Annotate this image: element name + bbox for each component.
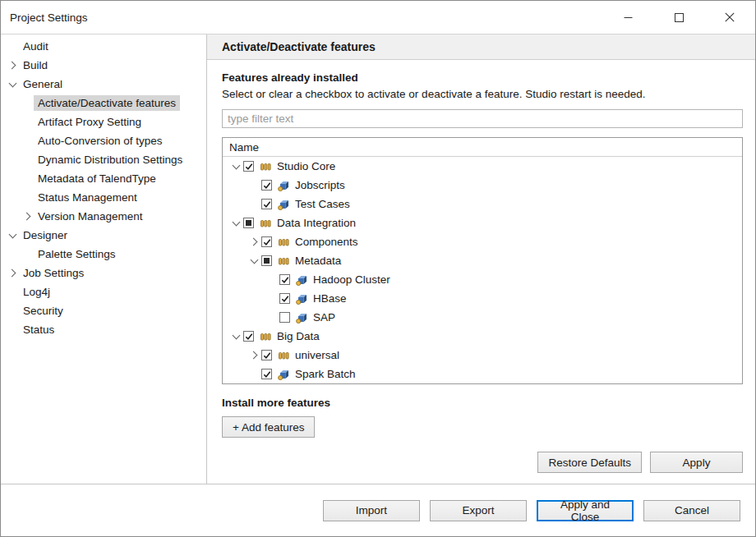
sidebar-item-dynamic-distribution-settings[interactable]: Dynamic Distribution Settings <box>1 150 206 169</box>
sidebar-item-job-settings[interactable]: Job Settings <box>1 264 206 282</box>
tree-item-label: Data Integration <box>276 217 356 229</box>
sidebar-item-label: Activate/Deactivate features <box>34 95 180 111</box>
tree-row-hadoop-cluster[interactable]: Hadoop Cluster <box>223 270 742 289</box>
feature-plugin-icon <box>277 179 290 192</box>
sidebar-item-version-management[interactable]: Version Management <box>1 207 206 226</box>
chevron-glyph <box>251 255 259 264</box>
add-features-button[interactable]: + Add features <box>222 416 315 438</box>
tree-row-spark-batch[interactable]: Spark Batch <box>223 365 742 383</box>
chevron-down-icon[interactable] <box>247 259 261 263</box>
sidebar-item-label: Log4j <box>19 284 54 300</box>
tree-row-metadata[interactable]: Metadata <box>223 251 742 270</box>
sidebar-item-label: Build <box>19 57 52 73</box>
cancel-button[interactable]: Cancel <box>643 500 740 521</box>
dialog-footer: Import Export Apply and Close Cancel <box>1 484 755 536</box>
sidebar-item-label: Status Management <box>34 190 141 205</box>
tree-row-hbase[interactable]: HBase <box>223 289 742 308</box>
tree-row-data-integration[interactable]: Data Integration <box>223 213 742 232</box>
sidebar-item-designer[interactable]: Designer <box>1 226 206 245</box>
tree-item-icon-slot <box>259 217 276 230</box>
checkbox-checked[interactable] <box>261 199 272 209</box>
chevron-glyph <box>233 218 241 226</box>
tree-row-components[interactable]: Components <box>223 232 742 251</box>
tree-item-icon-slot <box>277 368 294 381</box>
checkbox-checked[interactable] <box>261 369 272 379</box>
chevron-right-icon[interactable] <box>6 62 19 68</box>
partial-check-mark <box>264 258 270 264</box>
tree-item-icon-slot <box>295 273 312 287</box>
check-icon <box>245 163 253 171</box>
checkbox-checked[interactable] <box>243 331 254 342</box>
sidebar-item-palette-settings[interactable]: Palette Settings <box>1 245 206 264</box>
chevron-down-icon[interactable] <box>229 222 243 225</box>
chevron-glyph <box>7 269 16 278</box>
close-icon <box>725 12 735 22</box>
checkbox-partial[interactable] <box>261 255 272 266</box>
tree-item-icon-slot <box>295 311 312 324</box>
feature-group-icon <box>277 349 290 362</box>
filter-input[interactable] <box>222 109 743 128</box>
sidebar-item-artifact-proxy-setting[interactable]: Artifact Proxy Setting <box>1 112 206 131</box>
sidebar-item-auto-conversion-of-types[interactable]: Auto-Conversion of types <box>1 131 206 150</box>
tree-item-label: Studio Core <box>276 160 335 172</box>
features-description: Select or clear a checkbox to activate o… <box>222 88 743 100</box>
install-more-title: Install more features <box>222 397 743 409</box>
chevron-right-icon[interactable] <box>247 239 261 245</box>
export-button[interactable]: Export <box>430 500 527 521</box>
tree-row-studio-core[interactable]: Studio Core <box>223 157 742 176</box>
chevron-glyph <box>250 238 258 246</box>
tree-row-jobscripts[interactable]: Jobscripts <box>223 176 742 195</box>
checkbox-checked[interactable] <box>279 293 290 304</box>
chevron-right-icon[interactable] <box>247 352 261 358</box>
minimize-button[interactable] <box>602 1 653 34</box>
feature-group-icon <box>277 236 290 249</box>
maximize-icon <box>675 13 684 22</box>
chevron-down-icon[interactable] <box>229 335 243 338</box>
maximize-button[interactable] <box>653 1 704 34</box>
tree-row-sap[interactable]: SAP <box>223 308 742 327</box>
sidebar-item-activate-deactivate-features[interactable]: Activate/Deactivate features <box>1 94 206 112</box>
sidebar-item-security[interactable]: Security <box>1 301 206 320</box>
project-settings-window: Project Settings AuditBuildGeneralActiva… <box>0 0 756 537</box>
sidebar-item-audit[interactable]: Audit <box>1 37 206 56</box>
check-icon <box>281 276 289 284</box>
tree-item-icon-slot <box>259 160 276 173</box>
restore-defaults-button[interactable]: Restore Defaults <box>537 452 642 473</box>
close-button[interactable] <box>704 1 755 34</box>
checkbox-slot <box>279 274 295 285</box>
sidebar-item-status-management[interactable]: Status Management <box>1 188 206 207</box>
tree-row-universal[interactable]: universal <box>223 346 742 365</box>
checkbox-partial[interactable] <box>243 218 254 228</box>
sidebar-item-general[interactable]: General <box>1 75 206 94</box>
chevron-down-icon[interactable] <box>229 165 243 168</box>
checkbox-slot <box>261 350 277 360</box>
import-button[interactable]: Import <box>323 500 420 521</box>
sidebar-item-label: Status <box>19 322 58 337</box>
checkbox-slot <box>243 331 259 342</box>
chevron-down-icon[interactable] <box>6 83 19 86</box>
chevron-glyph <box>233 161 241 169</box>
apply-and-close-button[interactable]: Apply and Close <box>537 500 634 521</box>
tree-item-label: Test Cases <box>294 198 350 210</box>
checkbox-checked[interactable] <box>261 236 272 247</box>
checkbox-checked[interactable] <box>261 350 272 360</box>
checkbox-unchecked[interactable] <box>279 312 290 323</box>
chevron-glyph <box>233 331 241 339</box>
checkbox-checked[interactable] <box>261 180 272 190</box>
chevron-right-icon[interactable] <box>6 270 19 276</box>
sidebar-item-log4j[interactable]: Log4j <box>1 282 206 301</box>
sidebar-item-status[interactable]: Status <box>1 320 206 339</box>
chevron-right-icon[interactable] <box>21 213 34 219</box>
chevron-down-icon[interactable] <box>6 234 19 237</box>
tree-row-test-cases[interactable]: Test Cases <box>223 195 742 213</box>
checkbox-checked[interactable] <box>243 161 254 172</box>
checkbox-checked[interactable] <box>279 274 290 285</box>
tree-item-label: Components <box>294 236 358 248</box>
sidebar-item-build[interactable]: Build <box>1 56 206 75</box>
tree-item-label: SAP <box>312 311 335 324</box>
feature-group-icon <box>259 217 272 230</box>
feature-plugin-icon <box>277 368 290 381</box>
sidebar-item-metadata-of-talendtype[interactable]: Metadata of TalendType <box>1 169 206 188</box>
tree-row-big-data[interactable]: Big Data <box>223 327 742 346</box>
apply-button[interactable]: Apply <box>650 452 743 473</box>
